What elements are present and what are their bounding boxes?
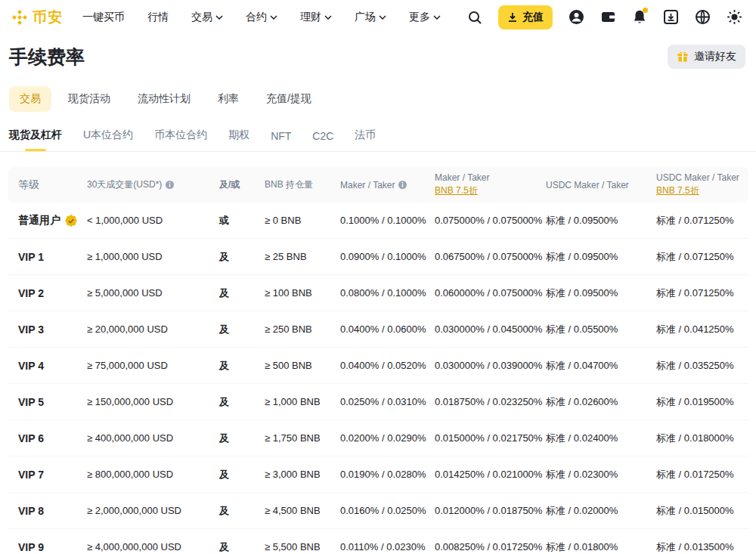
bnb-balance-value: ≥ 500 BNB (265, 360, 340, 371)
bnb-balance-value: ≥ 1,000 BNB (265, 396, 340, 407)
bnb-balance-value: ≥ 5,500 BNB (265, 541, 340, 552)
invite-friends-button[interactable]: 邀请好友 (668, 45, 745, 69)
and-or-value: 及 (219, 359, 265, 373)
maker-taker-bnb-value: 0.067500% / 0.075000% (435, 251, 546, 262)
bnb-balance-value: ≥ 250 BNB (265, 323, 340, 335)
tab-trading[interactable]: 交易 (9, 86, 51, 112)
tab-deposit-withdraw[interactable]: 充值/提现 (256, 86, 322, 112)
usdc-maker-taker-bnb-value: 标准 / 0.071250% (656, 214, 748, 227)
maker-taker-value: 0.0400% / 0.0520% (340, 360, 435, 371)
tab-interest-rate[interactable]: 利率 (207, 86, 249, 112)
usdc-maker-taker-value: 标准 / 0.02300% (546, 468, 656, 481)
tab-usdm-futures[interactable]: U本位合约 (83, 122, 133, 151)
level-label: VIP 3 (18, 323, 44, 336)
usdc-maker-taker-bnb-value: 标准 / 0.017250% (656, 468, 748, 481)
tab-spot-activity[interactable]: 现货活动 (57, 86, 121, 112)
nav-item-earn[interactable]: 理财 (300, 11, 332, 24)
secondary-tabs: 现货及杠杆 U本位合约 币本位合约 期权 NFT C2C 法币 (0, 122, 756, 152)
search-icon[interactable] (467, 10, 482, 25)
maker-taker-value: 0.0400% / 0.0600% (340, 323, 435, 335)
tab-spot-margin[interactable]: 现货及杠杆 (9, 122, 62, 151)
and-or-value: 及 (219, 250, 265, 264)
header-volume: 30天成交量(USD*) (87, 178, 219, 191)
table-body: 普通用户 < 1,000,000 USD 或 ≥ 0 BNB 0.1000% /… (8, 203, 748, 554)
maker-taker-bnb-value: 0.015000% / 0.021750% (435, 432, 546, 444)
header-usdc-maker-taker: USDC Maker / Taker (546, 180, 656, 190)
maker-taker-value: 0.0250% / 0.0310% (340, 396, 435, 407)
volume-value: ≥ 150,000,000 USD (87, 396, 219, 407)
fee-table: 等级 30天成交量(USD*) 及/或 BNB 持仓量 Maker / Take… (8, 167, 748, 554)
nav-item-buy-crypto[interactable]: 一键买币 (82, 11, 125, 24)
page-head: 手续费率 邀请好友 (0, 34, 756, 70)
binance-logo[interactable]: 币安 (11, 8, 63, 27)
header-usdc-maker-taker-bnb: USDC Maker / Taker BNB 7.5折 (656, 172, 748, 197)
table-row: VIP 3 ≥ 20,000,000 USD 及 ≥ 250 BNB 0.040… (8, 311, 748, 348)
nav-item-trade[interactable]: 交易 (191, 11, 223, 24)
nav-item-square[interactable]: 广场 (355, 11, 386, 24)
bnb-discount-link[interactable]: BNB 7.5折 (435, 184, 478, 197)
chevron-down-icon (433, 15, 441, 20)
info-icon[interactable] (398, 180, 407, 190)
and-or-value: 或 (219, 214, 265, 227)
volume-value: < 1,000,000 USD (87, 215, 219, 226)
chevron-down-icon (215, 15, 223, 20)
bnb-balance-value: ≥ 100 BNB (265, 287, 340, 299)
theme-icon[interactable] (727, 9, 742, 25)
tab-c2c[interactable]: C2C (312, 124, 333, 151)
table-row: VIP 9 ≥ 4,000,000,000 USD 及 ≥ 5,500 BNB … (8, 529, 748, 554)
tab-liquidity-program[interactable]: 流动性计划 (127, 86, 201, 112)
level-label: VIP 4 (18, 360, 44, 372)
header-maker-taker-bnb: Maker / Taker BNB 7.5折 (435, 172, 546, 197)
nav-item-more[interactable]: 更多 (409, 11, 441, 24)
primary-tabs: 交易 现货活动 流动性计划 利率 充值/提现 (0, 86, 756, 112)
table-row: 普通用户 < 1,000,000 USD 或 ≥ 0 BNB 0.1000% /… (8, 203, 748, 239)
volume-value: ≥ 400,000,000 USD (87, 432, 219, 444)
usdc-maker-taker-bnb-value: 标准 / 0.013500% (656, 540, 748, 554)
level-label: VIP 5 (18, 396, 44, 408)
header-maker-taker: Maker / Taker (340, 180, 435, 190)
deposit-button[interactable]: 充值 (498, 5, 553, 29)
maker-taker-bnb-value: 0.012000% / 0.018750% (435, 505, 546, 516)
maker-taker-bnb-value: 0.018750% / 0.023250% (435, 396, 546, 407)
app-download-icon[interactable] (663, 9, 679, 25)
volume-value: ≥ 800,000,000 USD (87, 469, 219, 480)
tab-nft[interactable]: NFT (271, 124, 291, 151)
globe-icon[interactable] (695, 9, 711, 25)
tab-coinm-futures[interactable]: 币本位合约 (154, 122, 207, 151)
tab-options[interactable]: 期权 (228, 122, 249, 151)
usdc-maker-taker-value: 标准 / 0.04700% (546, 359, 656, 373)
table-row: VIP 1 ≥ 1,000,000 USD 及 ≥ 25 BNB 0.0900%… (8, 239, 748, 275)
wallet-icon[interactable] (600, 9, 616, 25)
maker-taker-bnb-value: 0.008250% / 0.017250% (435, 541, 546, 552)
volume-value: ≥ 20,000,000 USD (87, 323, 219, 335)
table-header-row: 等级 30天成交量(USD*) 及/或 BNB 持仓量 Maker / Take… (8, 167, 748, 203)
maker-taker-value: 0.0800% / 0.1000% (340, 287, 435, 299)
bell-icon[interactable] (632, 9, 647, 25)
profile-icon[interactable] (569, 9, 584, 25)
volume-value: ≥ 75,000,000 USD (87, 360, 219, 371)
nav-item-markets[interactable]: 行情 (147, 11, 169, 24)
usdc-maker-taker-value: 标准 / 0.09500% (546, 250, 656, 264)
volume-value: ≥ 5,000,000 USD (87, 287, 219, 299)
tab-fiat[interactable]: 法币 (355, 122, 376, 151)
usdc-maker-taker-value: 标准 / 0.01800% (546, 540, 656, 554)
usdc-maker-taker-bnb-value: 标准 / 0.071250% (656, 286, 748, 300)
header-level: 等级 (18, 178, 87, 192)
level-label: VIP 6 (18, 432, 44, 444)
and-or-value: 及 (219, 540, 265, 554)
page-title: 手续费率 (9, 45, 85, 70)
maker-taker-value: 0.0110% / 0.0230% (340, 541, 435, 552)
level-label: 普通用户 (18, 214, 60, 227)
usdc-maker-taker-value: 标准 / 0.02600% (546, 395, 656, 409)
nav-item-futures[interactable]: 合约 (246, 11, 277, 24)
bnb-balance-value: ≥ 25 BNB (265, 251, 340, 262)
and-or-value: 及 (219, 504, 265, 518)
usdc-maker-taker-bnb-value: 标准 / 0.019500% (656, 395, 748, 409)
bnb-discount-link[interactable]: BNB 7.5折 (656, 184, 699, 197)
bnb-balance-value: ≥ 1,750 BNB (265, 432, 340, 444)
active-tab-underline (25, 149, 46, 151)
info-icon[interactable] (165, 180, 175, 190)
table-row: VIP 4 ≥ 75,000,000 USD 及 ≥ 500 BNB 0.040… (8, 348, 748, 384)
nav-actions: 充值 (467, 5, 742, 29)
volume-value: ≥ 2,000,000,000 USD (87, 505, 219, 516)
